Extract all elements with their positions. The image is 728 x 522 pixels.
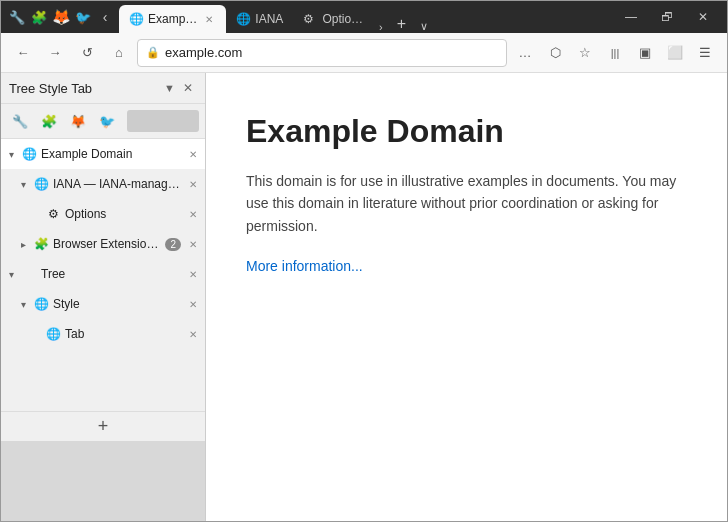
- sidebar-wrench-button[interactable]: 🔧: [7, 108, 33, 134]
- content-area: Example Domain This domain is for use in…: [206, 73, 727, 521]
- page-body: This domain is for use in illustrative e…: [246, 170, 687, 237]
- sidebar-close-button[interactable]: ✕: [179, 79, 197, 97]
- close-browser-extensions[interactable]: ✕: [185, 236, 201, 252]
- tab-list: ▾ 🌐 Example Domain ✕ ▾ 🌐 IANA — IANA-man…: [1, 139, 205, 411]
- twitter-icon[interactable]: 🐦: [75, 9, 91, 25]
- bookmark-button[interactable]: ☆: [571, 39, 599, 67]
- tab-options-label: Optio…: [322, 12, 363, 26]
- sidebar-tab-tab[interactable]: ▸ 🌐 Tab ✕: [1, 319, 205, 349]
- minimize-button[interactable]: —: [615, 1, 647, 33]
- sidebar-tab-options[interactable]: ▸ ⚙ Options ✕: [1, 199, 205, 229]
- label-browser-extensions: Browser Extensions - M…: [53, 237, 161, 251]
- library-button[interactable]: |||: [601, 39, 629, 67]
- sidebar-toggle[interactable]: ▣: [631, 39, 659, 67]
- titlebar-back[interactable]: ‹: [97, 9, 113, 25]
- sidebar-tab-style[interactable]: ▾ 🌐 Style ✕: [1, 289, 205, 319]
- nav-actions: … ⬡ ☆ ||| ▣ ⬜ ☰: [511, 39, 719, 67]
- sidebar-twitter-button[interactable]: 🐦: [94, 108, 120, 134]
- sidebar-tab-tree[interactable]: ▾ Tree ✕: [1, 259, 205, 289]
- tab-options[interactable]: ⚙ Optio…: [293, 5, 373, 33]
- tab-chevron-right[interactable]: ›: [373, 21, 389, 33]
- badge-browser-extensions: 2: [165, 238, 181, 251]
- window-controls: — 🗗 ✕: [615, 1, 719, 33]
- tab-list-dropdown[interactable]: ∨: [414, 20, 434, 33]
- sidebar-firefox-button[interactable]: 🦊: [65, 108, 91, 134]
- tab-example-close[interactable]: ✕: [202, 12, 216, 26]
- page-title: Example Domain: [246, 113, 687, 150]
- expand-browser-extensions[interactable]: ▸: [17, 238, 29, 250]
- address-text: example.com: [165, 45, 498, 60]
- expand-iana[interactable]: ▾: [17, 178, 29, 190]
- sidebar-tab-browser-extensions[interactable]: ▸ 🧩 Browser Extensions - M… 2 ✕: [1, 229, 205, 259]
- wrench-icon[interactable]: 🔧: [9, 9, 25, 25]
- forward-button[interactable]: →: [41, 39, 69, 67]
- close-tree[interactable]: ✕: [185, 266, 201, 282]
- close-button[interactable]: ✕: [687, 1, 719, 33]
- tab-example-favicon: 🌐: [129, 12, 143, 26]
- address-bar[interactable]: 🔒 example.com: [137, 39, 507, 67]
- sidebar: Tree Style Tab ▼ ✕ 🔧 🧩 🦊 🐦 ▾ 🌐 Example D…: [1, 73, 206, 521]
- close-style[interactable]: ✕: [185, 296, 201, 312]
- favicon-example-domain: 🌐: [21, 146, 37, 162]
- sidebar-tab-iana[interactable]: ▾ 🌐 IANA — IANA-manage… ✕: [1, 169, 205, 199]
- tab-iana[interactable]: 🌐 IANA: [226, 5, 293, 33]
- label-iana: IANA — IANA-manage…: [53, 177, 181, 191]
- pocket-button[interactable]: ⬡: [541, 39, 569, 67]
- close-tab[interactable]: ✕: [185, 326, 201, 342]
- sidebar-footer: [1, 441, 205, 521]
- more-button[interactable]: …: [511, 39, 539, 67]
- label-example-domain: Example Domain: [41, 147, 181, 161]
- tab-example-label: Examp…: [148, 12, 197, 26]
- close-example-domain[interactable]: ✕: [185, 146, 201, 162]
- sidebar-header: Tree Style Tab ▼ ✕: [1, 73, 205, 104]
- expand-style[interactable]: ▾: [17, 298, 29, 310]
- favicon-options: ⚙: [45, 206, 61, 222]
- sidebar-puzzle-button[interactable]: 🧩: [36, 108, 62, 134]
- sidebar-title-arrow[interactable]: ▼: [164, 82, 175, 94]
- close-options[interactable]: ✕: [185, 206, 201, 222]
- sidebar-toolbar: 🔧 🧩 🦊 🐦: [1, 104, 205, 139]
- label-tab: Tab: [65, 327, 181, 341]
- sidebar-tab-example-domain[interactable]: ▾ 🌐 Example Domain ✕: [1, 139, 205, 169]
- favicon-browser-extensions: 🧩: [33, 236, 49, 252]
- tab-options-favicon: ⚙: [303, 12, 317, 26]
- browser-window: 🔧 🧩 🦊 🐦 ‹ 🌐 Examp… ✕ 🌐 IANA ⚙ Optio… › +…: [0, 0, 728, 522]
- home-button[interactable]: ⌂: [105, 39, 133, 67]
- restore-button[interactable]: 🗗: [651, 1, 683, 33]
- add-tab-icon: +: [98, 416, 109, 437]
- tab-example[interactable]: 🌐 Examp… ✕: [119, 5, 226, 33]
- back-button[interactable]: ←: [9, 39, 37, 67]
- more-info-link[interactable]: More information...: [246, 258, 363, 274]
- label-options: Options: [65, 207, 181, 221]
- favicon-style: 🌐: [33, 296, 49, 312]
- puzzle-icon[interactable]: 🧩: [31, 9, 47, 25]
- main-area: Tree Style Tab ▼ ✕ 🔧 🧩 🦊 🐦 ▾ 🌐 Example D…: [1, 73, 727, 521]
- title-bar: 🔧 🧩 🦊 🐦 ‹ 🌐 Examp… ✕ 🌐 IANA ⚙ Optio… › +…: [1, 1, 727, 33]
- expand-tree[interactable]: ▾: [5, 268, 17, 280]
- favicon-iana: 🌐: [33, 176, 49, 192]
- favicon-tab: 🌐: [45, 326, 61, 342]
- tab-bar: 🌐 Examp… ✕ 🌐 IANA ⚙ Optio… › + ∨: [119, 1, 609, 33]
- firefox-logo: 🦊: [53, 9, 69, 25]
- tab-iana-favicon: 🌐: [236, 12, 250, 26]
- nav-bar: ← → ↺ ⌂ 🔒 example.com … ⬡ ☆ ||| ▣ ⬜ ☰: [1, 33, 727, 73]
- sidebar-title: Tree Style Tab: [9, 81, 160, 96]
- refresh-button[interactable]: ↺: [73, 39, 101, 67]
- sync-button[interactable]: ⬜: [661, 39, 689, 67]
- new-tab-button[interactable]: +: [389, 15, 414, 33]
- lock-icon: 🔒: [146, 46, 160, 59]
- add-tab-button[interactable]: +: [1, 411, 205, 441]
- close-iana[interactable]: ✕: [185, 176, 201, 192]
- menu-button[interactable]: ☰: [691, 39, 719, 67]
- tab-iana-label: IANA: [255, 12, 283, 26]
- expand-example-domain[interactable]: ▾: [5, 148, 17, 160]
- label-tree: Tree: [41, 267, 181, 281]
- label-style: Style: [53, 297, 181, 311]
